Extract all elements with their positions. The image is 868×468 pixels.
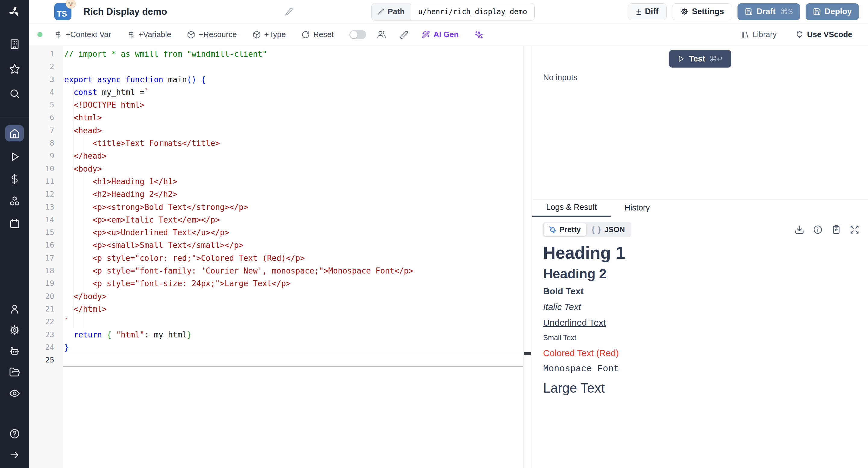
sparkles-icon[interactable] [474, 30, 484, 39]
resources-boxes-icon[interactable] [7, 194, 22, 208]
settings-button[interactable]: Settings [672, 3, 733, 20]
tab-logs-result[interactable]: Logs & Result [532, 199, 611, 217]
plus-minus-icon: ± [636, 7, 641, 16]
rendered-underline: Underlined Text [543, 318, 857, 328]
draft-button[interactable]: Draft ⌘S [738, 3, 800, 20]
info-icon[interactable] [813, 225, 823, 235]
rendered-mono: Monospace Font [543, 364, 857, 374]
line-number: 3 [29, 73, 63, 86]
code-editor[interactable]: 1234567891011121314151617181920212223242… [29, 46, 524, 468]
line-number: 8 [29, 137, 63, 150]
eye-icon[interactable] [7, 386, 22, 401]
result-toolbar: Pretty { } JSON [542, 222, 860, 237]
edit-title-pencil-icon[interactable] [284, 7, 293, 16]
expand-icon[interactable] [849, 225, 860, 235]
right-panel: Test ⌘↵ No inputs Logs & Result History [532, 46, 868, 468]
line-number: 20 [29, 290, 63, 303]
code-line: export async function main() { [63, 73, 523, 86]
clipboard-copy-icon[interactable] [831, 225, 841, 235]
line-number: 1 [29, 48, 63, 60]
json-toggle[interactable]: { } JSON [586, 223, 630, 236]
baby-face-icon [66, 0, 76, 9]
library-button[interactable]: Library [741, 30, 776, 39]
code-line: </body> [63, 290, 523, 303]
download-icon[interactable] [795, 225, 804, 235]
deploy-button[interactable]: Deploy [806, 3, 859, 20]
add-variable-button[interactable]: +Variable [127, 30, 172, 39]
status-dot-icon [37, 32, 42, 37]
path-field[interactable]: Path u/henri/rich_display_demo [371, 3, 535, 21]
building-icon[interactable] [7, 37, 22, 51]
home-icon[interactable] [5, 125, 24, 141]
diff-button[interactable]: ± Diff [628, 3, 667, 20]
code-line: <p style="font-family: 'Courier New', mo… [63, 264, 523, 277]
folder-open-icon[interactable] [7, 365, 22, 379]
use-vscode-button[interactable]: Use VScode [795, 30, 852, 39]
code-line: <p style="color: red;">Colored Text (Red… [63, 252, 523, 264]
indent-guide [83, 86, 83, 328]
save-icon [813, 7, 821, 16]
tab-history[interactable]: History [611, 199, 664, 217]
search-icon[interactable] [7, 86, 22, 101]
schedules-calendar-icon[interactable] [7, 216, 22, 231]
user-icon[interactable] [7, 301, 22, 316]
users-icon[interactable] [377, 30, 386, 39]
code-area[interactable]: // import * as wmill from "windmill-clie… [63, 46, 523, 468]
sidebar-group-top [7, 37, 22, 101]
ai-gen-button[interactable]: AI Gen [422, 30, 459, 39]
code-line: // import * as wmill from "windmill-clie… [63, 48, 523, 60]
line-number: 4 [29, 86, 63, 98]
dollar-icon [127, 30, 135, 39]
add-resource-button[interactable]: +Resource [187, 30, 237, 39]
gear-icon [680, 7, 688, 16]
path-value[interactable]: u/henri/rich_display_demo [411, 3, 534, 20]
line-number: 10 [29, 163, 63, 175]
multiplayer-toggle[interactable] [349, 30, 366, 39]
current-line-highlight [63, 354, 523, 367]
line-number: 19 [29, 277, 63, 290]
pretty-toggle[interactable]: Pretty [544, 223, 586, 236]
top-actions: ± Diff Settings Draft ⌘S Deploy [628, 3, 868, 20]
scrollbar-thumb[interactable] [524, 352, 531, 355]
pencil-icon [378, 8, 384, 15]
star-icon[interactable] [7, 61, 22, 76]
code-line: <head> [63, 124, 523, 137]
brush-icon[interactable] [399, 30, 408, 39]
path-label: Path [372, 3, 411, 20]
reset-button[interactable]: Reset [301, 30, 334, 39]
code-line: <html> [63, 111, 523, 124]
code-line: </html> [63, 303, 523, 315]
no-inputs-text: No inputs [543, 73, 868, 82]
settings-gear-icon[interactable] [7, 323, 22, 337]
top-bar: TS Rich Display demo Path u/henri/rich_d… [29, 0, 868, 24]
line-number: 6 [29, 111, 63, 124]
add-context-var-button[interactable]: +Context Var [54, 30, 111, 39]
line-number: 14 [29, 213, 63, 226]
wand-icon [422, 30, 430, 39]
line-number: 15 [29, 226, 63, 239]
line-number: 23 [29, 328, 63, 341]
code-line: <p><small>Small Text</small></p> [63, 239, 523, 252]
vscode-cat-icon [795, 30, 804, 39]
dollar-icon [54, 30, 62, 39]
variables-dollar-icon[interactable] [7, 172, 22, 186]
line-number: 12 [29, 188, 63, 201]
editor-scrollbar-track [524, 46, 532, 468]
help-circle-icon[interactable] [7, 427, 22, 441]
add-type-button[interactable]: +Type [253, 30, 286, 39]
line-number: 17 [29, 252, 63, 264]
workers-robot-icon[interactable] [7, 344, 22, 358]
pen-nib-icon [549, 226, 556, 233]
content-split: 1234567891011121314151617181920212223242… [29, 46, 868, 468]
line-number: 11 [29, 175, 63, 188]
code-line: } [63, 341, 523, 354]
run-section: Test ⌘↵ No inputs [532, 46, 868, 199]
collapse-arrow-right-icon[interactable] [7, 447, 22, 462]
typescript-badge-label: TS [57, 9, 67, 19]
runs-play-icon[interactable] [7, 149, 22, 164]
windmill-logo-icon[interactable] [8, 0, 21, 24]
test-shortcut: ⌘↵ [710, 55, 723, 63]
test-button[interactable]: Test ⌘↵ [669, 50, 731, 67]
code-line: <h1>Heading 1</h1> [63, 175, 523, 188]
editor-toolbar: +Context Var +Variable +Resource +Type R… [29, 24, 868, 46]
